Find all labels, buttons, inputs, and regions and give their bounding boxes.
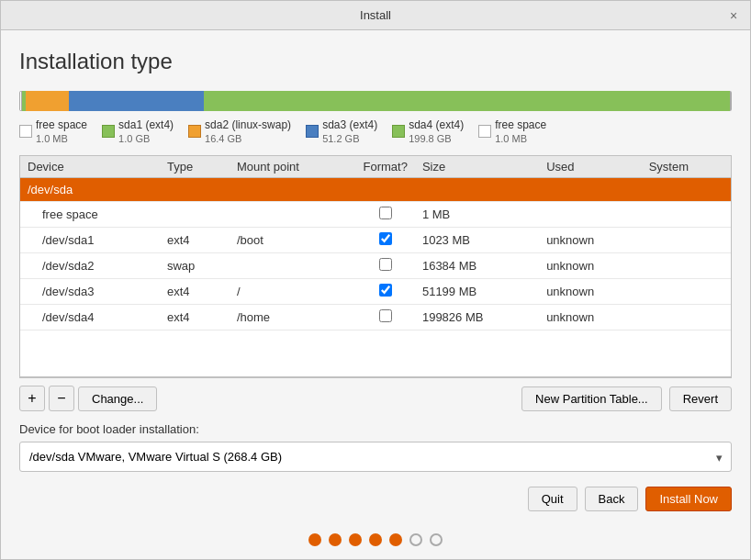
legend-size-sda2: 16.4 GB: [205, 133, 291, 144]
bar-sda3: [69, 91, 204, 111]
bar-sda2: [26, 91, 69, 111]
cell-format[interactable]: [356, 228, 415, 253]
revert-button[interactable]: Revert: [669, 386, 732, 411]
col-mount: Mount point: [230, 156, 356, 178]
table-row[interactable]: /dev/sda3 ext4 / 51199 MB unknown: [20, 279, 731, 305]
legend-sda2: sda2 (linux-swap) 16.4 GB: [188, 118, 291, 144]
add-partition-button[interactable]: +: [19, 386, 45, 411]
progress-dots: [19, 524, 732, 550]
col-system: System: [642, 156, 731, 178]
new-partition-table-button[interactable]: New Partition Table...: [521, 386, 662, 411]
progress-dot-5: [389, 533, 402, 546]
table-header-row: Device Type Mount point Format? Size Use…: [20, 156, 731, 178]
legend-sda4: sda4 (ext4) 199.8 GB: [392, 118, 464, 144]
table-row[interactable]: /dev/sda4 ext4 /home 199826 MB unknown: [20, 305, 731, 330]
install-window: Install × Installation type free space 1…: [0, 0, 751, 560]
cell-type: [160, 202, 230, 228]
cell-mount: /: [230, 279, 356, 305]
legend-swatch-sda2: [188, 125, 201, 138]
progress-dot-1: [308, 533, 321, 546]
format-checkbox[interactable]: [379, 207, 392, 219]
cell-format[interactable]: [356, 253, 415, 279]
cell-type: ext4: [160, 228, 230, 253]
cell-system: [642, 202, 731, 228]
legend-swatch-sda3: [306, 125, 319, 138]
legend-size-sda3: 51.2 GB: [322, 133, 377, 144]
cell-mount: /boot: [230, 228, 356, 253]
cell-type: [160, 178, 230, 202]
cell-type: swap: [160, 253, 230, 279]
content-area: Installation type free space 1.0 MB: [1, 30, 750, 559]
bar-sda4: [204, 91, 730, 111]
close-button[interactable]: ×: [726, 8, 741, 23]
table-row[interactable]: free space 1 MB: [20, 202, 731, 228]
cell-mount: [230, 178, 356, 202]
back-button[interactable]: Back: [585, 487, 639, 511]
cell-device: /dev/sda2: [20, 253, 160, 279]
col-used: Used: [539, 156, 642, 178]
legend-swatch-sda4: [392, 125, 405, 138]
progress-dot-6: [409, 533, 422, 546]
cell-format[interactable]: [356, 305, 415, 330]
table-row[interactable]: /dev/sda: [20, 178, 731, 202]
table-row[interactable]: /dev/sda1 ext4 /boot 1023 MB unknown: [20, 228, 731, 253]
format-checkbox[interactable]: [379, 258, 392, 271]
bootloader-select[interactable]: /dev/sda VMware, VMware Virtual S (268.4…: [19, 442, 732, 472]
cell-system: [642, 253, 731, 279]
legend-freespace1: free space 1.0 MB: [19, 118, 87, 144]
cell-device: /dev/sda1: [20, 228, 160, 253]
cell-mount: /home: [230, 305, 356, 330]
legend-size-freespace2: 1.0 MB: [495, 133, 546, 144]
legend-swatch-freespace2: [478, 125, 491, 138]
cell-format[interactable]: [356, 279, 415, 305]
legend-size-sda1: 1.0 GB: [118, 133, 174, 144]
change-partition-button[interactable]: Change...: [78, 386, 157, 411]
cell-used: unknown: [539, 253, 642, 279]
progress-dot-7: [430, 533, 443, 546]
bar-freespace2: [730, 91, 732, 111]
table-row[interactable]: /dev/sda2 swap 16384 MB unknown: [20, 253, 731, 279]
cell-type: ext4: [160, 279, 230, 305]
toolbar-right: New Partition Table... Revert: [521, 386, 732, 411]
cell-system: [642, 228, 731, 253]
bootloader-select-wrapper: /dev/sda VMware, VMware Virtual S (268.4…: [19, 442, 732, 472]
window-title: Install: [360, 8, 391, 22]
cell-used: [539, 178, 642, 202]
cell-format: [356, 178, 415, 202]
cell-size: 51199 MB: [415, 279, 539, 305]
legend-swatch-freespace: [19, 125, 32, 138]
legend-sda1: sda1 (ext4) 1.0 GB: [102, 118, 174, 144]
legend-sda3: sda3 (ext4) 51.2 GB: [306, 118, 377, 144]
cell-mount: [230, 253, 356, 279]
cell-device: /dev/sda: [20, 178, 160, 202]
cell-size: 1023 MB: [415, 228, 539, 253]
partition-table: Device Type Mount point Format? Size Use…: [20, 156, 731, 330]
legend-label-freespace2: free space: [495, 118, 546, 131]
cell-format[interactable]: [356, 202, 415, 228]
partition-bar: [19, 91, 732, 111]
legend-label-sda4: sda4 (ext4): [409, 118, 464, 131]
col-type: Type: [160, 156, 230, 178]
legend-swatch-sda1: [102, 125, 115, 138]
legend-label-sda1: sda1 (ext4): [118, 118, 174, 131]
action-row: Quit Back Install Now: [19, 487, 732, 511]
cell-used: unknown: [539, 228, 642, 253]
remove-partition-button[interactable]: −: [49, 386, 74, 411]
legend-size-freespace: 1.0 MB: [36, 133, 87, 144]
cell-device: /dev/sda3: [20, 279, 160, 305]
bootloader-label: Device for boot loader installation:: [19, 422, 732, 436]
progress-dot-4: [369, 533, 382, 546]
partition-legend: free space 1.0 MB sda1 (ext4) 1.0 GB sda…: [19, 118, 732, 144]
cell-device: /dev/sda4: [20, 305, 160, 330]
format-checkbox[interactable]: [379, 309, 392, 322]
cell-used: unknown: [539, 279, 642, 305]
quit-button[interactable]: Quit: [528, 487, 577, 511]
cell-system: [642, 279, 731, 305]
titlebar: Install ×: [1, 1, 750, 30]
format-checkbox[interactable]: [379, 284, 392, 297]
cell-system: [642, 305, 731, 330]
toolbar-left: + − Change...: [19, 386, 157, 411]
format-checkbox[interactable]: [379, 232, 392, 245]
install-now-button[interactable]: Install Now: [645, 487, 732, 511]
col-format: Format?: [356, 156, 415, 178]
